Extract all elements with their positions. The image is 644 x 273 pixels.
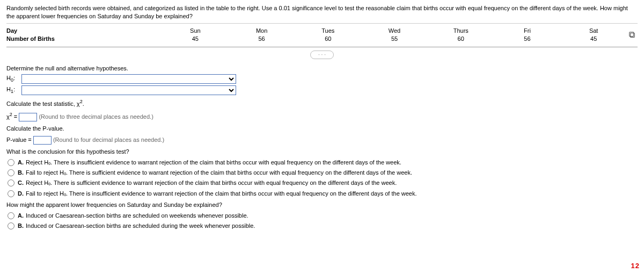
radio-c[interactable] [8, 179, 14, 186]
conclusion-choice[interactable]: A. Reject H₀. There is insufficient evid… [6, 159, 638, 167]
divider [6, 23, 638, 24]
choice-letter: A. [18, 159, 24, 167]
chi-square-input-row: χ2 = (Round to three decimal places as n… [6, 111, 638, 121]
dots-icon: · · · [310, 51, 334, 59]
h1-label: H1: [6, 85, 21, 95]
choice-text: Induced or Caesarean-section births are … [26, 212, 248, 220]
day-header: Sun [162, 27, 229, 35]
day-header: Wed [361, 27, 428, 35]
pvalue-hint: (Round to four decimal places as needed.… [53, 136, 164, 143]
row-label-count: Number of Births [6, 35, 162, 43]
chi-hint: (Round to three decimal places as needed… [39, 113, 153, 120]
h0-select[interactable] [21, 74, 236, 84]
table-col: Tues 60 [295, 27, 361, 44]
row-label-day: Day [6, 27, 162, 35]
copy-icon[interactable] [627, 27, 638, 44]
h1-select[interactable] [21, 85, 236, 95]
table-col: Sun 45 [162, 27, 229, 44]
conclusion-choice[interactable]: D. Fail to reject H₀. There is insuffici… [6, 190, 638, 198]
radio-b2[interactable] [8, 222, 14, 229]
svg-rect-0 [631, 33, 635, 38]
choice-text: Reject H₀. There is insufficient evidenc… [26, 159, 401, 167]
expand-toggle[interactable]: · · · [6, 51, 638, 59]
day-count: 60 [295, 35, 361, 43]
radio-b[interactable] [8, 169, 14, 176]
day-header: Thurs [428, 27, 494, 35]
day-count: 56 [494, 35, 561, 43]
choice-text: Fail to reject H₀. There is sufficient e… [26, 169, 412, 177]
choice-text: Reject H₀. There is sufficient evidence … [26, 179, 397, 187]
table-col: Mon 56 [229, 27, 295, 44]
table-col: Wed 55 [361, 27, 428, 44]
day-header: Sat [560, 27, 627, 35]
choice-text: Fail to reject H₀. There is insufficient… [26, 190, 417, 198]
table-col: Fri 56 [494, 27, 561, 44]
table-col: Thurs 60 [428, 27, 494, 44]
day-count: 55 [361, 35, 428, 43]
radio-a[interactable] [8, 159, 14, 166]
pvalue-input[interactable] [33, 136, 52, 145]
radio-d[interactable] [8, 190, 14, 197]
data-table: Day Number of Births Sun 45 Mon 56 Tues … [6, 27, 638, 47]
radio-a2[interactable] [8, 212, 14, 219]
hypotheses-prompt: Determine the null and alternative hypot… [6, 64, 638, 73]
day-header: Tues [295, 27, 361, 35]
choice-text: Induced or Caesarean-section births are … [26, 222, 255, 230]
choice-letter: B. [18, 222, 24, 230]
chi-square-input[interactable] [19, 113, 37, 121]
explain-choice[interactable]: B. Induced or Caesarean-section births a… [6, 222, 638, 230]
choice-letter: D. [18, 190, 24, 198]
choice-letter: A. [18, 212, 24, 220]
choice-letter: C. [18, 179, 24, 187]
table-col: Sat 45 [560, 27, 627, 44]
conclusion-choice[interactable]: C. Reject H₀. There is sufficient eviden… [6, 179, 638, 187]
pvalue-prompt: Calculate the P-value. [6, 125, 638, 133]
h0-label: H0: [6, 74, 21, 84]
day-count: 60 [428, 35, 494, 43]
conclusion-prompt: What is the conclusion for this hypothes… [6, 148, 638, 156]
choice-letter: B. [18, 169, 24, 177]
test-stat-prompt: Calculate the test statistic, χ2. [6, 98, 638, 108]
explain-choice[interactable]: A. Induced or Caesarean-section births a… [6, 212, 638, 220]
problem-intro: Randomly selected birth records were obt… [6, 4, 638, 21]
day-count: 45 [162, 35, 229, 43]
day-header: Mon [229, 27, 295, 35]
day-header: Fri [494, 27, 561, 35]
explain-prompt: How might the apparent lower frequencies… [6, 201, 638, 209]
pvalue-input-row: P-value = (Round to four decimal places … [6, 136, 638, 145]
day-count: 45 [560, 35, 627, 43]
day-count: 56 [229, 35, 295, 43]
conclusion-choice[interactable]: B. Fail to reject H₀. There is sufficien… [6, 169, 638, 177]
svg-rect-1 [630, 32, 634, 37]
